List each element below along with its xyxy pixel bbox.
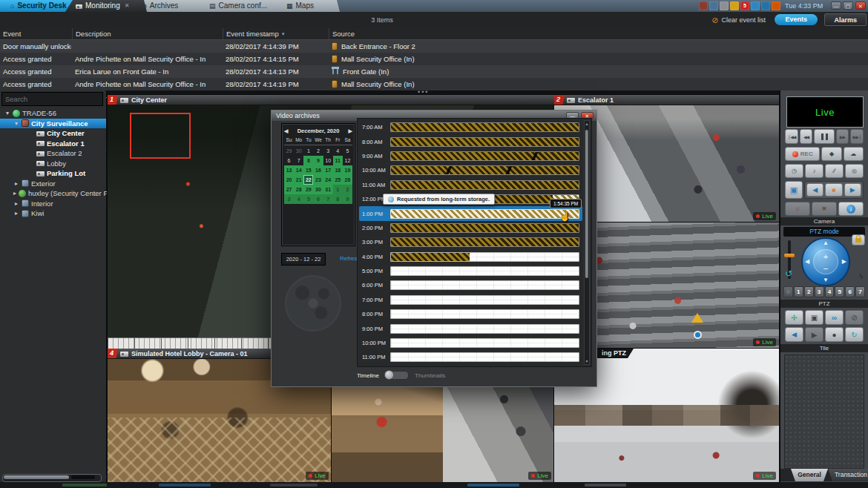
ptz-preset-0[interactable]: 0 [783,286,793,297]
event-row[interactable]: Access grantedErica Larue on Front Gate … [0,65,868,78]
archive-bar[interactable] [390,309,579,319]
calendar-day[interactable]: 10 [323,156,333,165]
scroll-down-icon[interactable]: ▼ [585,359,589,363]
calendar-day[interactable]: 5 [343,146,352,156]
cloud-button[interactable]: ☁ [844,147,864,161]
audio-button[interactable]: ♪ [805,164,823,178]
calendar-day[interactable]: 20 [284,175,294,185]
scrollbar-thumb[interactable] [4,475,69,479]
calendar-day[interactable]: 16 [313,165,323,175]
calendar-day[interactable]: 30 [294,146,303,156]
zoom-slider-handle[interactable] [784,254,795,257]
record-button[interactable]: REC [785,147,820,161]
calendar-day[interactable]: 6 [284,156,294,165]
tile-forward-button[interactable]: ▶ [805,327,823,342]
archive-bar[interactable] [390,151,579,161]
calendar-day[interactable]: 2 [313,146,323,156]
rewind-button[interactable]: ◀◀ [800,129,813,144]
calendar-day[interactable]: 30 [313,185,323,194]
flash-icon[interactable]: ϟ [859,273,863,280]
tree-item-parking-lot[interactable]: Parking Lot [0,168,106,179]
calendar-day[interactable]: 24 [323,175,333,185]
taskbar-item[interactable] [62,484,107,487]
skip-backward-button[interactable]: ❘◀◀ [785,129,798,144]
monitoring-search-button[interactable]: ∞ [825,310,844,325]
taskbar-item[interactable] [585,484,626,487]
tree-item-city-center[interactable]: City Center [0,128,106,139]
ptz-preset-4[interactable]: 4 [825,286,835,297]
calendar-day[interactable]: 5 [303,194,313,204]
tab-maps[interactable]: ▦ Maps [276,0,340,12]
close-button[interactable]: ✕ [855,1,866,10]
change-tile-pattern-button[interactable]: ▣ [805,310,823,325]
tree-item-lobby[interactable]: Lobby [0,159,106,169]
calendar-day[interactable]: 3 [284,194,294,204]
calendar-day[interactable]: 7 [323,194,333,204]
close-tab-icon[interactable]: ✕ [125,0,130,12]
ptz-preset-3[interactable]: 3 [815,286,824,297]
events-button[interactable]: Events [775,14,818,25]
zoom-ring[interactable]: + − [813,249,838,274]
loop-playback-button[interactable]: ◎ [845,164,864,178]
archive-bar[interactable] [390,266,579,276]
expand-tile-button[interactable]: ✢ [785,310,803,325]
event-row[interactable]: Access grantedAndre Pichette on Mall Sec… [0,78,868,90]
next-camera-button[interactable]: ▶ [844,183,861,197]
calendar-day[interactable]: 8 [333,194,343,204]
archive-bar[interactable] [390,180,579,190]
calendar-day[interactable]: 1 [333,185,343,194]
calendar-day[interactable]: 17 [323,165,333,175]
tree-item-interior[interactable]: ▸Interior [0,199,106,209]
ptz-preset-6[interactable]: 6 [845,286,855,297]
tree-item-city-surveillance[interactable]: ▾City Surveillance [0,119,106,129]
alarm-count-badge[interactable]: 5 [740,1,749,10]
calendar-day[interactable]: 7 [294,156,303,165]
listen-button[interactable]: ✖ [812,202,837,216]
monitor-button[interactable]: ▣ [785,181,803,199]
taskbar-item[interactable] [270,484,318,487]
minimize-button[interactable]: — [831,1,841,10]
calendar-day[interactable]: 27 [284,185,294,194]
pan-up-icon[interactable]: ▲ [823,240,829,246]
expander-icon[interactable]: ▸ [13,200,19,207]
tree-item-kiwi[interactable]: ▸Kiwi [0,208,106,219]
archive-bar[interactable] [390,324,579,334]
mic-icon[interactable] [720,1,729,10]
calendar-day[interactable]: 15 [303,165,313,175]
horn-icon[interactable] [730,1,739,10]
calendar-day[interactable]: 12 [343,156,352,165]
calendar-day[interactable]: 25 [333,175,343,185]
archive-bar[interactable] [390,252,579,262]
archive-bar[interactable] [390,338,579,348]
search-input[interactable] [2,95,106,103]
calendar-day[interactable]: 28 [294,185,303,194]
calendar-day[interactable]: 4 [294,194,303,204]
skip-forward-button[interactable]: ▶▶❘ [850,129,864,144]
tree-item-trade-56[interactable]: ▾TRADE-56 [0,108,106,119]
archive-bar[interactable] [390,165,579,175]
column-header-description[interactable]: Description [72,28,223,39]
device-icon[interactable] [699,1,708,10]
display-icon[interactable] [709,1,718,10]
column-header-event[interactable]: Event [0,28,72,39]
calendar-day[interactable]: 9 [343,194,352,204]
calendar-day[interactable]: 13 [284,165,294,175]
view-mode-toggle[interactable] [385,371,409,380]
archive-bar[interactable] [390,295,579,305]
calendar-day[interactable]: 19 [343,165,352,175]
calendar-day[interactable]: 2 [343,185,352,194]
pan-left-icon[interactable]: ◀ [805,259,809,265]
refresh-ptz-icon[interactable]: ↺ [785,268,792,279]
lock-ptz-button[interactable] [852,234,865,245]
tree-item-exterior[interactable]: ▸Exterior [0,179,106,189]
ptz-joystick[interactable]: ▲ ▼ ◀ ▶ + − [801,237,850,286]
taskbar-item[interactable] [467,484,519,487]
calendar-day[interactable]: 3 [323,146,333,156]
visitor-button[interactable]: ☻ [825,183,842,197]
go-to-time-button[interactable]: ◷ [785,164,803,178]
protect-video-button[interactable]: ◆ [821,147,841,161]
fast-forward-button[interactable]: ▶▶ [836,129,849,144]
expander-icon[interactable]: ▾ [4,110,10,116]
expander-icon[interactable]: ▸ [13,190,16,197]
alarms-button[interactable]: Alarms [824,13,867,26]
